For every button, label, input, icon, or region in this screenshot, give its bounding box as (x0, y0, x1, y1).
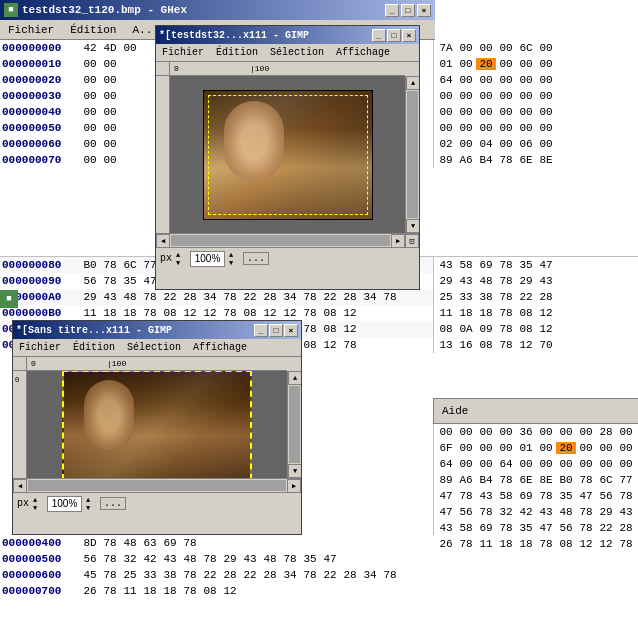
scroll-thumb-v-2[interactable] (289, 386, 300, 463)
right-hex-panel-bottom: 435869783547 294348782943 253338782228 1… (433, 256, 638, 353)
minimize-button[interactable]: _ (385, 4, 399, 17)
hex-line-r: 26781118187808121278 (434, 536, 638, 552)
hex-line-r: 47784358697835475678 (434, 488, 638, 504)
gimp1-close[interactable]: × (402, 29, 416, 42)
gimp-window-1: *[testdst32...x111 - GIMP _ □ × Fichier … (155, 25, 420, 290)
scroll-thumb-h-2[interactable] (28, 480, 286, 491)
gimp2-menu-selection[interactable]: Sélection (121, 341, 187, 354)
scroll-right-arrow[interactable]: ▶ (391, 234, 405, 248)
maximize-button[interactable]: □ (401, 4, 415, 17)
gimp1-menu-bar: Fichier Édition Sélection Affichage (156, 44, 419, 62)
hex-line-r: 6F000000010020000000 (434, 440, 638, 456)
hex-line-r: 43586978354756782228 (434, 520, 638, 536)
aide-label: Aide (442, 405, 468, 417)
gimp1-scrollbar-h[interactable]: ◀ ▶ ⊡ (156, 233, 419, 247)
gimp2-unit-stepper[interactable]: ▲ ▼ (33, 496, 43, 512)
gimp1-unit: px (160, 253, 172, 264)
gimp1-unit-stepper[interactable]: ▲ ▼ (176, 251, 186, 267)
gimp2-menu-edition[interactable]: Édition (67, 341, 121, 354)
hex-line-r: 64000064000000000000 (434, 456, 638, 472)
menu-fichier[interactable]: Fichier (0, 22, 62, 38)
hex-line-r: 253338782228 (434, 289, 638, 305)
hex-rows-lower-left: 0000004008D7848636978 000000500567832424… (0, 535, 435, 599)
gimp2-scrollbar-h[interactable]: ◀ ▶ (13, 478, 301, 492)
right-hex-panel-lower: 00000000360000002800 6F00000001002000000… (433, 424, 638, 552)
gimp1-maximize[interactable]: □ (387, 29, 401, 42)
gimp1-options-button[interactable]: ... (243, 252, 269, 265)
close-button[interactable]: × (417, 4, 431, 17)
hex-line-r: 47567832424348782943 (434, 504, 638, 520)
scroll-thumb-h[interactable] (171, 235, 390, 246)
gimp1-title-bar: *[testdst32...x111 - GIMP _ □ × (156, 26, 419, 44)
hex-rows-top: 000000000424D00 0000000100000 0000000200… (0, 40, 160, 168)
gimp2-title-bar: *[Sans titre...x111 - GIMP _ □ × (13, 321, 301, 339)
gimp2-unit: px (17, 498, 29, 509)
gimp2-zoom-stepper[interactable]: ▲ ▼ (86, 496, 96, 512)
gimp1-title-text: *[testdst32...x111 - GIMP (159, 30, 372, 41)
gimp1-zoom-input[interactable] (190, 251, 225, 267)
gimp2-menu-affichage[interactable]: Affichage (187, 341, 253, 354)
gimp2-zoom-input[interactable] (47, 496, 82, 512)
scroll-thumb-v[interactable] (407, 91, 418, 218)
scroll-down-arrow-2[interactable]: ▼ (288, 464, 301, 478)
scroll-up-arrow-2[interactable]: ▲ (288, 371, 301, 385)
ghex-title-text: testdst32_t120.bmp - GHex (22, 4, 187, 16)
ghex-win-controls: _ □ × (385, 4, 431, 17)
hex-line-r: 294348782943 (434, 273, 638, 289)
scroll-down-arrow[interactable]: ▼ (406, 219, 419, 233)
gimp1-menu-edition[interactable]: Édition (210, 46, 264, 59)
hex-line-r: 000000000000 (434, 120, 638, 136)
gimp2-maximize[interactable]: □ (269, 324, 283, 337)
gimp2-menu-fichier[interactable]: Fichier (13, 341, 67, 354)
scroll-left-arrow[interactable]: ◀ (156, 234, 170, 248)
gimp2-minimize[interactable]: _ (254, 324, 268, 337)
hex-line: 0000000600000 (0, 136, 160, 152)
hex-line: 0000006004578253338782228222834782228347… (0, 567, 435, 583)
hex-line: 0000007002678111818780812 (0, 583, 435, 599)
gimp2-title-text: *[Sans titre...x111 - GIMP (16, 325, 254, 336)
gimp1-canvas (170, 76, 405, 233)
hex-line-r: 89A6B4786E8EB0786C77 (434, 472, 638, 488)
hex-line: 0000000300000 (0, 88, 160, 104)
gimp2-close[interactable]: × (284, 324, 298, 337)
hex-line: 000000000424D00 (0, 40, 160, 56)
gimp1-menu-fichier[interactable]: Fichier (156, 46, 210, 59)
gimp1-zoom-stepper[interactable]: ▲ ▼ (229, 251, 239, 267)
hex-line-r: 111818780812 (434, 305, 638, 321)
hex-line-r: 131608781270 (434, 337, 638, 353)
corner-resize: ⊡ (405, 234, 419, 248)
hex-line: 0000000100000 (0, 56, 160, 72)
scroll-up-arrow[interactable]: ▲ (406, 76, 419, 90)
ghex-side-icon: ■ (0, 290, 18, 308)
gimp1-scrollbar-v[interactable]: ▲ ▼ (405, 76, 419, 233)
gimp1-bottom-bar: px ▲ ▼ ▲ ▼ ... (156, 247, 419, 269)
hex-line-r: 020004000600 (434, 136, 638, 152)
hex-line-r: 000000000000 (434, 104, 638, 120)
ghex-icon: ■ (4, 3, 18, 17)
aide-panel: Aide (433, 398, 638, 424)
hex-line: 0000000700000 (0, 152, 160, 168)
hex-line-r: 080A09780812 (434, 321, 638, 337)
gimp-window-2: *[Sans titre...x111 - GIMP _ □ × Fichier… (12, 320, 302, 535)
scroll-left-arrow-2[interactable]: ◀ (13, 479, 27, 493)
menu-edition[interactable]: Édition (62, 22, 124, 38)
hex-line-r: 7A0000006C00 (434, 40, 638, 56)
ghex-title-bar: ■ testdst32_t120.bmp - GHex _ □ × (0, 0, 435, 20)
gimp2-scrollbar-v[interactable]: ▲ ▼ (287, 371, 301, 478)
gimp1-ruler-h: 0 |100 (170, 62, 405, 76)
gimp1-minimize[interactable]: _ (372, 29, 386, 42)
hex-line: 0000000400000 (0, 104, 160, 120)
gimp2-ruler-h: 0 |100 (27, 357, 287, 371)
hex-line-r: 010020000000 (434, 56, 638, 72)
gimp2-options-button[interactable]: ... (100, 497, 126, 510)
gimp1-menu-selection[interactable]: Sélection (264, 46, 330, 59)
gimp1-menu-affichage[interactable]: Affichage (330, 46, 396, 59)
hex-line: 0000000B01118187808121278081212780812 (0, 305, 440, 321)
hex-line: 0000000A02943487822283478222834782228347… (0, 289, 440, 305)
hex-line-r: 000000000000 (434, 88, 638, 104)
hex-line-r: 435869783547 (434, 257, 638, 273)
gimp2-menu-bar: Fichier Édition Sélection Affichage (13, 339, 301, 357)
right-hex-panel-top: 7A0000006C00 010020000000 640000000000 0… (433, 40, 638, 168)
scroll-right-arrow-2[interactable]: ▶ (287, 479, 301, 493)
hex-line-r: 00000000360000002800 (434, 424, 638, 440)
